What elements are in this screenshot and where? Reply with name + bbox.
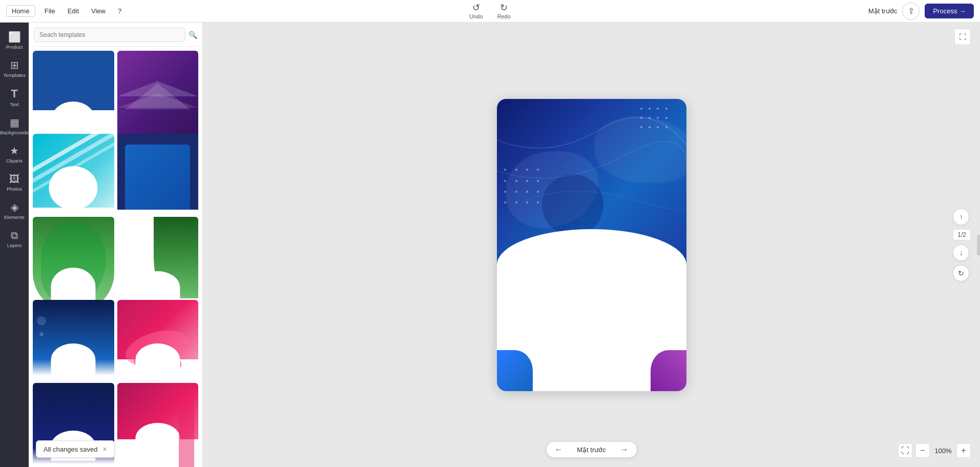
topbar: Home File Edit View ? ↺ Undo ↻ Redo Mặt … [0, 0, 980, 23]
zoom-in-icon: + [961, 446, 966, 455]
templates-grid [29, 47, 202, 467]
notification-bar: All changes saved × [36, 440, 115, 458]
share-icon: ⇪ [908, 6, 914, 16]
sidebar-label-layers: Layers [7, 242, 22, 248]
bottom-accent-left [497, 350, 533, 391]
topbar-right: Mặt trước ⇪ Process → [868, 3, 974, 20]
rotate-icon: ↻ [958, 269, 964, 277]
mat-truoc-label: Mặt trước [868, 7, 898, 15]
canvas-side-nav: ↑ 1/2 ↓ ↻ [953, 209, 971, 281]
sidebar-label-templates: Templates [3, 72, 25, 78]
expand-icon: ⛶ [959, 33, 966, 41]
scroll-down-button[interactable]: ↓ [953, 245, 969, 261]
canvas-area: ⛶ [203, 23, 980, 467]
layers-icon: ⧉ [11, 230, 18, 240]
edit-menu[interactable]: Edit [65, 6, 82, 16]
redo-button[interactable]: ↻ Redo [494, 2, 514, 21]
sidebar-item-text[interactable]: T Text [0, 83, 29, 112]
templates-panel: 🔍 [29, 23, 203, 467]
fullscreen-button[interactable]: ⛶ [898, 443, 912, 458]
backgrounds-icon: ▦ [10, 117, 19, 128]
undo-icon: ↺ [472, 3, 480, 12]
fullscreen-icon: ⛶ [901, 446, 909, 455]
help-menu[interactable]: ? [115, 6, 124, 16]
canvas-document[interactable] [497, 99, 686, 391]
main-area: ⬜ Product ⊞ Templates T Text ▦ Backgroun… [0, 23, 980, 467]
right-edge-handle[interactable] [977, 235, 980, 255]
zoom-out-icon: − [920, 446, 925, 455]
file-menu[interactable]: File [41, 6, 58, 16]
search-input[interactable] [34, 28, 185, 42]
sidebar-item-cliparts[interactable]: ★ Cliparts [0, 140, 29, 169]
sidebar-item-photos[interactable]: 🖼 Photos [0, 169, 29, 197]
page-nav-label: Mặt trước [571, 446, 612, 454]
sidebar-label-photos: Photos [7, 186, 22, 192]
search-icon: 🔍 [189, 31, 197, 39]
zoom-out-button[interactable]: − [915, 443, 930, 458]
topbar-center: ↺ Undo ↻ Redo [466, 2, 514, 21]
sidebar-label-elements: Elements [4, 214, 25, 220]
share-button[interactable]: ⇪ [902, 3, 920, 20]
notification-message: All changes saved [44, 445, 98, 453]
sidebar-item-templates[interactable]: ⊞ Templates [0, 55, 29, 83]
bottom-accent-right [651, 350, 686, 391]
expand-button[interactable]: ⛶ [954, 29, 971, 45]
product-icon: ⬜ [8, 32, 21, 42]
zoom-controls: ⛶ − 100% + [898, 443, 971, 458]
down-arrow-icon: ↓ [960, 249, 963, 257]
up-arrow-icon: ↑ [960, 213, 963, 221]
notification-close-button[interactable]: × [103, 445, 107, 453]
zoom-value: 100% [933, 447, 953, 455]
redo-label: Redo [497, 13, 511, 19]
canvas-bottom-nav: ← Mặt trước → [546, 441, 637, 458]
rotate-button[interactable]: ↻ [953, 265, 969, 281]
zoom-in-button[interactable]: + [956, 443, 971, 458]
next-page-button[interactable]: → [620, 445, 629, 454]
card-top-section [497, 99, 686, 274]
view-menu[interactable]: View [88, 6, 109, 16]
undo-button[interactable]: ↺ Undo [466, 2, 486, 21]
sidebar-label-cliparts: Cliparts [6, 158, 23, 164]
sidebar-item-layers[interactable]: ⧉ Layers [0, 225, 29, 253]
card-bottom-section [497, 268, 686, 391]
prev-page-button[interactable]: ← [555, 445, 563, 454]
sidebar-label-text: Text [10, 101, 18, 107]
sidebar-item-elements[interactable]: ◈ Elements [0, 197, 29, 225]
undo-label: Undo [469, 13, 483, 19]
templates-icon: ⊞ [10, 60, 19, 70]
search-bar: 🔍 [29, 23, 202, 47]
scroll-up-button[interactable]: ↑ [953, 209, 969, 225]
sidebar-item-product[interactable]: ⬜ Product [0, 27, 29, 55]
redo-icon: ↻ [500, 3, 508, 12]
template-card-10[interactable] [117, 383, 199, 467]
elements-icon: ◈ [11, 202, 18, 212]
photos-icon: 🖼 [9, 174, 19, 184]
home-button[interactable]: Home [6, 5, 35, 17]
cliparts-icon: ★ [10, 146, 19, 156]
sidebar-item-backgrounds[interactable]: ▦ Backgrounds [0, 112, 29, 140]
text-icon: T [11, 88, 17, 99]
process-button[interactable]: Process → [925, 4, 974, 18]
sidebar: ⬜ Product ⊞ Templates T Text ▦ Backgroun… [0, 23, 29, 467]
sidebar-label-product: Product [6, 44, 23, 50]
sidebar-label-backgrounds: Backgrounds [0, 130, 28, 135]
page-indicator: 1/2 [953, 229, 971, 240]
